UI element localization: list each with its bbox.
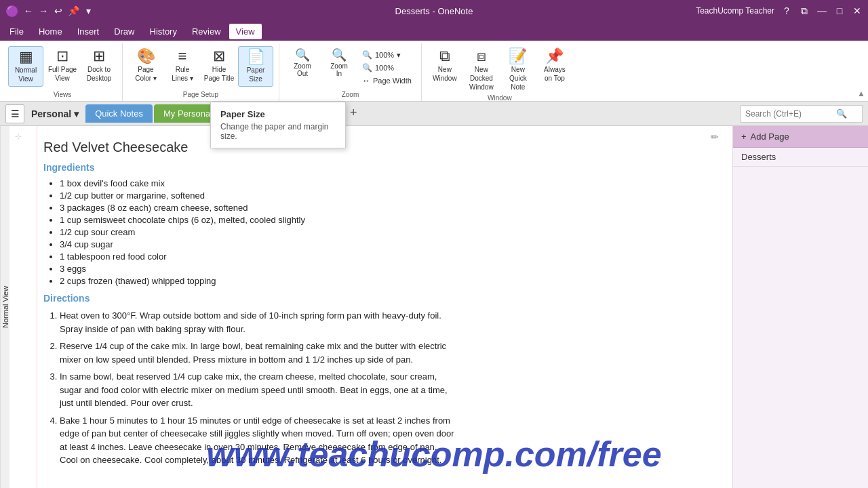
notebook-name-label: Personal: [31, 108, 71, 119]
notebook-name[interactable]: Personal ▾: [27, 107, 83, 121]
page-area[interactable]: ⊹ ✏ Red Velvet Cheesecake Ingredients 1 …: [9, 126, 732, 488]
close-button[interactable]: ✕: [852, 5, 863, 16]
list-item: In same bowl, beat reserved 1/4 cup cake…: [60, 370, 457, 410]
zoom-percent-select[interactable]: 🔍 100% ▾: [358, 49, 416, 61]
quick-access-dropdown[interactable]: ▾: [83, 5, 94, 16]
quick-note-label: New QuickNote: [502, 65, 534, 92]
list-item: 3/4 cup sugar: [60, 239, 457, 249]
list-item: 3 eggs: [60, 264, 457, 274]
menu-review[interactable]: Review: [185, 24, 228, 39]
zoom-out-icon: 🔍: [295, 49, 310, 61]
always-on-top-button[interactable]: 📌 Alwayson Top: [537, 46, 572, 85]
notebook-dropdown-arrow: ▾: [74, 108, 79, 119]
list-item: 1/2 cup butter or margarine, softened: [60, 190, 457, 201]
menu-home[interactable]: Home: [32, 24, 69, 39]
quick-note-icon: 📝: [509, 49, 527, 64]
zoom-percent-icon: 🔍: [362, 50, 372, 60]
user-label: TeachUcomp Teacher: [696, 6, 774, 16]
search-input[interactable]: [745, 109, 833, 119]
add-section-button[interactable]: +: [345, 104, 361, 121]
zoom-buttons: 🔍 ZoomOut 🔍 ZoomIn 🔍 100% ▾ 🔍 100% ↔: [285, 43, 416, 91]
section-toggle-button[interactable]: ☰: [5, 104, 24, 123]
paper-size-label: PaperSize: [247, 66, 265, 83]
undo-button[interactable]: ↩: [53, 5, 64, 16]
hide-page-title-button[interactable]: ⊠ HidePage Title: [201, 46, 237, 85]
page-margin-line: [37, 126, 37, 488]
page-list-item-desserts[interactable]: Desserts: [733, 148, 868, 167]
add-page-plus-icon: +: [741, 131, 747, 142]
ribbon: ▦ NormalView ⊡ Full PageView ⊞ Dock toDe…: [0, 41, 868, 102]
dock-to-desktop-button[interactable]: ⊞ Dock toDesktop: [81, 46, 117, 85]
zoom-out-button[interactable]: 🔍 ZoomOut: [285, 46, 320, 80]
dock-label: Dock toDesktop: [87, 65, 112, 83]
ingredients-list: 1 box devil's food cake mix 1/2 cup butt…: [43, 178, 457, 286]
full-page-icon: ⊡: [56, 49, 68, 64]
quick-access-pin[interactable]: 📌: [68, 5, 79, 16]
zoom-out-label: ZoomOut: [294, 62, 311, 77]
normal-view-label: NormalView: [15, 66, 37, 83]
new-window-icon: ⧉: [439, 49, 450, 64]
ingredients-heading: Ingredients: [43, 162, 457, 173]
search-icon[interactable]: 🔍: [836, 108, 847, 119]
back-button[interactable]: ←: [23, 5, 34, 16]
normal-view-icon: ▦: [19, 49, 33, 64]
list-item: 1/2 cup sour cream: [60, 227, 457, 237]
list-item: Reserve 1/4 cup of the cake mix. In larg…: [60, 340, 457, 366]
page-color-icon: 🎨: [137, 49, 155, 64]
page-width-icon: ↔: [362, 76, 370, 85]
page-color-button[interactable]: 🎨 PageColor ▾: [128, 46, 163, 85]
rule-lines-button[interactable]: ≡ RuleLines ▾: [165, 46, 200, 85]
list-item: Bake 1 hour 5 minutes to 1 hour 15 minut…: [60, 414, 457, 467]
notebook-bar: ☰ Personal ▾ Quick Notes My Personal Hob…: [0, 102, 868, 126]
always-on-top-label: Alwayson Top: [544, 65, 566, 83]
full-page-view-button[interactable]: ⊡ Full PageView: [45, 46, 80, 85]
section-quick-notes[interactable]: Quick Notes: [85, 104, 153, 123]
ribbon-collapse-button[interactable]: ▲: [857, 89, 865, 98]
menu-view[interactable]: View: [229, 24, 262, 39]
menu-draw[interactable]: Draw: [107, 24, 141, 39]
ribbon-group-window: ⧉ NewWindow ⧈ New DockedWindow 📝 New Qui…: [422, 43, 578, 101]
rule-lines-label: RuleLines ▾: [172, 65, 193, 83]
page-edit-icon[interactable]: ✏: [711, 131, 719, 142]
list-item: 1 cup semisweet chocolate chips (6 oz), …: [60, 215, 457, 225]
views-buttons: ▦ NormalView ⊡ Full PageView ⊞ Dock toDe…: [8, 43, 117, 91]
new-docked-window-button[interactable]: ⧈ New DockedWindow: [464, 46, 499, 94]
page-drag-handle[interactable]: ⊹: [15, 131, 22, 141]
zoom-dropdown-arrow: ▾: [397, 51, 401, 60]
new-window-label: NewWindow: [433, 65, 457, 83]
page-setup-group-label: Page Setup: [183, 91, 218, 101]
menu-insert[interactable]: Insert: [71, 24, 106, 39]
zoom-100-button[interactable]: 🔍 100%: [358, 62, 416, 74]
normal-view-button[interactable]: ▦ NormalView: [8, 46, 43, 87]
zoom-percent-value: 100%: [375, 51, 394, 59]
add-page-label: Add Page: [751, 131, 789, 142]
menu-file[interactable]: File: [3, 24, 31, 39]
zoom-in-button[interactable]: 🔍 ZoomIn: [321, 46, 357, 80]
page-setup-buttons: 🎨 PageColor ▾ ≡ RuleLines ▾ ⊠ HidePage T…: [128, 43, 273, 91]
views-group-label: Views: [54, 91, 72, 101]
maximize-button[interactable]: □: [834, 5, 845, 16]
zoom-group-label: Zoom: [342, 91, 359, 101]
help-button[interactable]: ?: [781, 5, 792, 16]
list-item: 3 packages (8 oz each) cream cheese, sof…: [60, 203, 457, 213]
section-tabs: Quick Notes My Personal Hobby Purchase L…: [85, 104, 738, 123]
main-area: Normal View ⊹ ✏ Red Velvet Cheesecake In…: [0, 126, 868, 488]
minimize-button[interactable]: —: [816, 5, 827, 16]
tooltip-description: Change the paper and margin size.: [220, 122, 336, 141]
page-width-button[interactable]: ↔ Page Width: [358, 75, 416, 87]
always-on-top-icon: 📌: [545, 49, 564, 64]
restore-button[interactable]: ⧉: [799, 5, 810, 16]
list-item: 2 cups frozen (thawed) whipped topping: [60, 276, 457, 286]
paper-size-button[interactable]: 📄 PaperSize: [238, 46, 273, 87]
menu-history[interactable]: History: [143, 24, 184, 39]
menu-bar: File Home Insert Draw History Review Vie…: [0, 22, 868, 41]
new-window-button[interactable]: ⧉ NewWindow: [427, 46, 462, 85]
list-item: Heat oven to 300°F. Wrap outside bottom …: [60, 309, 457, 336]
tooltip-title: Paper Size: [220, 109, 336, 119]
add-page-button[interactable]: + Add Page: [733, 126, 868, 148]
title-bar-title: Desserts - OneNote: [395, 6, 473, 16]
new-quick-note-button[interactable]: 📝 New QuickNote: [500, 46, 536, 94]
forward-button[interactable]: →: [38, 5, 49, 16]
paper-size-tooltip: Paper Size Change the paper and margin s…: [210, 102, 346, 148]
page-content: Red Velvet Cheesecake Ingredients 1 box …: [9, 126, 484, 487]
